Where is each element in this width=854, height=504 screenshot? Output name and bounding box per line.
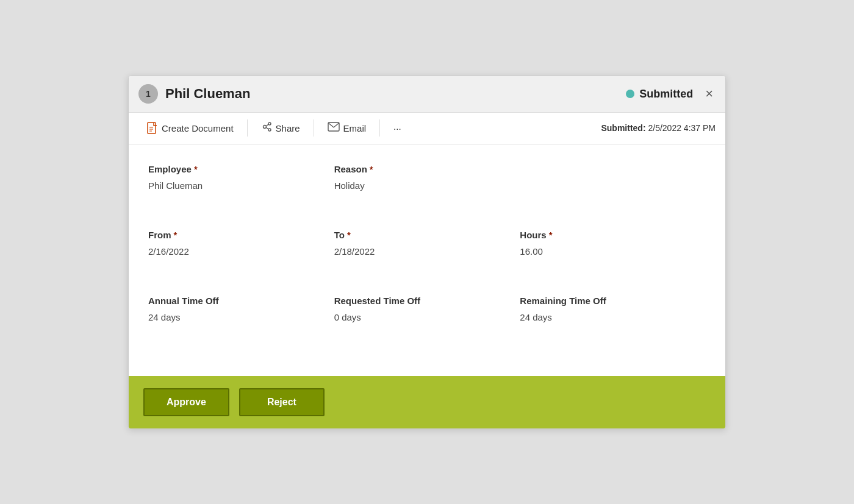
- pdf-icon: [147, 122, 158, 134]
- toolbar-divider: [247, 119, 248, 137]
- submitted-info-datetime: 2/5/2022 4:37 PM: [648, 123, 716, 133]
- employee-value: Phil Clueman: [148, 180, 325, 191]
- hours-label: Hours *: [520, 230, 696, 240]
- from-required-star: *: [174, 230, 178, 240]
- remaining-time-off-value: 24 days: [520, 312, 696, 322]
- header-left: 1 Phil Clueman: [138, 84, 250, 104]
- hours-value: 16.00: [520, 246, 696, 257]
- form-row-2: From * 2/16/2022 To * 2/18/2022 Hours * …: [148, 230, 706, 276]
- requested-time-off-label: Requested Time Off: [334, 296, 511, 306]
- hours-field: Hours * 16.00: [520, 230, 706, 276]
- modal-body: Employee * Phil Clueman Reason * Holiday…: [129, 144, 725, 376]
- reason-required-star: *: [370, 164, 373, 174]
- hours-required-star: *: [549, 230, 553, 240]
- toolbar-divider-2: [314, 119, 314, 137]
- modal-container: 1 Phil Clueman Submitted × Create: [128, 76, 726, 429]
- svg-line-4: [266, 124, 268, 126]
- to-required-star: *: [347, 230, 351, 240]
- requested-time-off-value: 0 days: [334, 312, 511, 322]
- share-icon: [261, 121, 272, 135]
- requested-time-off-field: Requested Time Off 0 days: [334, 296, 520, 342]
- from-value: 2/16/2022: [148, 246, 325, 257]
- reason-label: Reason *: [334, 164, 511, 174]
- employee-label: Employee *: [148, 164, 325, 174]
- email-label: Email: [343, 123, 367, 133]
- svg-rect-0: [148, 122, 156, 133]
- form-row-1: Employee * Phil Clueman Reason * Holiday: [148, 164, 706, 210]
- approve-button[interactable]: Approve: [143, 388, 229, 416]
- record-number: 1: [138, 84, 158, 104]
- modal-footer: Approve Reject: [129, 376, 725, 428]
- annual-time-off-label: Annual Time Off: [148, 296, 325, 306]
- reason-value: Holiday: [334, 180, 511, 191]
- to-label: To *: [334, 230, 511, 240]
- email-button[interactable]: Email: [319, 118, 375, 138]
- close-button[interactable]: ×: [703, 85, 716, 103]
- annual-time-off-field: Annual Time Off 24 days: [148, 296, 334, 342]
- employee-field: Employee * Phil Clueman: [148, 164, 334, 210]
- header-right: Submitted ×: [626, 85, 716, 103]
- status-label: Submitted: [639, 88, 693, 101]
- submitted-info-label: Submitted:: [601, 123, 645, 133]
- form-row-3: Annual Time Off 24 days Requested Time O…: [148, 296, 706, 342]
- from-field: From * 2/16/2022: [148, 230, 334, 276]
- share-button[interactable]: Share: [253, 118, 309, 138]
- annual-time-off-value: 24 days: [148, 312, 325, 322]
- employee-required-star: *: [194, 164, 198, 174]
- share-label: Share: [276, 123, 300, 133]
- remaining-time-off-label: Remaining Time Off: [520, 296, 696, 306]
- modal-toolbar: Create Document Share: [129, 113, 725, 144]
- svg-point-1: [263, 126, 266, 129]
- create-document-button[interactable]: Create Document: [138, 118, 242, 138]
- status-badge: Submitted: [626, 88, 693, 101]
- to-field: To * 2/18/2022: [334, 230, 520, 276]
- record-title: Phil Clueman: [165, 86, 250, 102]
- svg-point-2: [268, 122, 271, 125]
- more-icon: ···: [393, 123, 401, 133]
- toolbar-left: Create Document Share: [138, 118, 410, 138]
- email-icon: [328, 122, 340, 134]
- svg-line-5: [266, 127, 268, 129]
- svg-point-3: [268, 129, 271, 131]
- toolbar-divider-3: [379, 119, 380, 137]
- to-value: 2/18/2022: [334, 246, 511, 257]
- more-button[interactable]: ···: [385, 119, 410, 137]
- modal-header: 1 Phil Clueman Submitted ×: [129, 76, 725, 113]
- create-document-label: Create Document: [162, 123, 234, 133]
- reason-field: Reason * Holiday: [334, 164, 520, 210]
- from-label: From *: [148, 230, 325, 240]
- reject-button[interactable]: Reject: [239, 388, 325, 416]
- row1-empty-col: [520, 164, 706, 210]
- remaining-time-off-field: Remaining Time Off 24 days: [520, 296, 706, 342]
- submitted-info: Submitted: 2/5/2022 4:37 PM: [601, 123, 716, 133]
- status-dot-icon: [626, 90, 634, 98]
